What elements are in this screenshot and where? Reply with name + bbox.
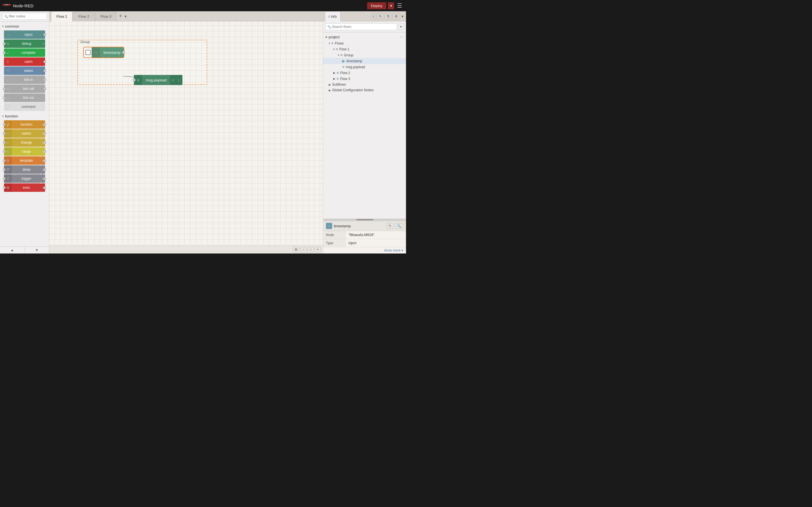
debug-label: debug xyxy=(12,40,41,48)
node-catch[interactable]: ! catch xyxy=(4,57,45,66)
range-right-port xyxy=(43,150,46,153)
node-range[interactable]: ↔ range ◀ xyxy=(4,147,45,156)
msgpayload-tree-label: msg.payload xyxy=(346,65,365,69)
canvas-node-timestamp[interactable]: → timestamp xyxy=(84,47,124,57)
global-config-tree-row[interactable]: ▶ Global Configuration Nodes xyxy=(323,87,406,93)
category-common-header[interactable]: ▾ common xyxy=(0,23,49,30)
right-sidebar-dropdown-button[interactable]: ▾ xyxy=(401,13,404,19)
tab-flow1[interactable]: Flow 1 xyxy=(51,11,72,21)
common-chevron-icon: ▾ xyxy=(2,25,4,28)
node-inject[interactable]: → inject xyxy=(4,31,45,39)
node-comment[interactable]: 💬 comment xyxy=(4,103,45,111)
node-function[interactable]: ƒ function ◀ xyxy=(4,120,45,129)
exec-label: exec xyxy=(12,183,41,192)
flow1-tree-row[interactable]: ▾ ≡ Flow 1 xyxy=(323,46,406,52)
node-detail-edit-button[interactable]: ✎ xyxy=(387,223,393,229)
node-exec[interactable]: ⚙ exec ◀ xyxy=(4,183,45,192)
node-trigger[interactable]: T trigger ◀ xyxy=(4,174,45,183)
node-complete[interactable]: ✓ complete xyxy=(4,48,45,57)
project-section-header[interactable]: ■ project ⋯ xyxy=(323,34,406,40)
show-more-button[interactable]: show more ▾ xyxy=(384,248,403,252)
timestamp-arrow-icon: → xyxy=(94,50,98,55)
template-right-port xyxy=(43,159,46,162)
tab-flow2[interactable]: Flow 2 xyxy=(73,11,94,21)
comment-label: comment xyxy=(12,103,45,111)
info-scrollbar-thumb[interactable] xyxy=(356,219,373,220)
msgpayload-output-icon[interactable]: □ xyxy=(176,75,183,85)
node-detail-search-button[interactable]: 🔍 xyxy=(395,223,403,229)
node-switch[interactable]: ↔ switch ◀ xyxy=(4,129,45,138)
subflows-tree-row[interactable]: ▶ Subflows xyxy=(323,82,406,87)
flow3-chevron-icon: ▶ xyxy=(333,77,336,80)
node-detail-panel: → timestamp ✎ 🔍 Node "f8baeafa.fdf628" T… xyxy=(323,221,406,253)
canvas-zoom-out-button[interactable]: − xyxy=(301,247,306,252)
search-flows-dropdown-button[interactable]: ▾ xyxy=(398,23,404,30)
node-template[interactable]: {} template ◀ xyxy=(4,156,45,165)
node-debug[interactable]: ≡ debug ≡ xyxy=(4,40,45,48)
flow-canvas[interactable]: Group → timestamp xyxy=(49,21,323,245)
canvas-zoom-in-button[interactable]: + xyxy=(315,247,320,252)
flow3-tree-row[interactable]: ▶ ≡ Flow 3 xyxy=(323,76,406,82)
flows-label: Flows xyxy=(335,41,344,45)
subflows-label: Subflows xyxy=(332,82,346,87)
msgpayload-tree-row[interactable]: ≡ msg.payload xyxy=(323,64,406,70)
category-function-header[interactable]: ▾ function xyxy=(0,113,49,120)
function-right-port xyxy=(43,123,46,126)
flows-row[interactable]: ▾ ≡ Flows xyxy=(323,40,406,46)
nodes-list: ▾ common → inject ≡ debug ≡ xyxy=(0,22,49,246)
node-link-call[interactable]: ↔ link call xyxy=(4,84,45,93)
search-flows-input[interactable] xyxy=(325,23,397,30)
tab-dropdown-button[interactable]: ▾ xyxy=(123,14,128,18)
info-tab-button[interactable]: i info xyxy=(325,11,341,21)
project-kebab-button[interactable]: ⋯ xyxy=(400,35,404,39)
right-tab-filter-btn[interactable]: ⇅ xyxy=(385,13,392,19)
deploy-dropdown-button[interactable]: ▾ xyxy=(388,2,394,9)
node-link-in[interactable]: → link in xyxy=(4,75,45,84)
comment-bubble-icon: 💬 xyxy=(6,105,10,109)
node-delay[interactable]: ⏱ delay ◀ xyxy=(4,165,45,174)
left-sidebar: 🔍 ▾ common → inject ≡ xyxy=(0,11,49,253)
flow2-tree-row[interactable]: ▶ ≡ Flow 2 xyxy=(323,70,406,76)
comment-icon-box: 💬 xyxy=(4,103,12,111)
right-tab-tools-btn[interactable]: ⚙ xyxy=(393,13,400,19)
timestamp-tree-row[interactable]: ▶ timestamp xyxy=(323,58,406,64)
group-tree-row[interactable]: ▾ ≡ Group xyxy=(323,52,406,58)
node-change[interactable]: ↔ change ◀ xyxy=(4,138,45,147)
info-scrollbar-track[interactable] xyxy=(324,219,405,220)
delay-right-port xyxy=(43,168,46,171)
node-link-out[interactable]: → link out xyxy=(4,94,45,102)
template-left-port xyxy=(3,159,6,162)
flow3-tree-label: Flow 3 xyxy=(340,77,350,81)
node-status[interactable]: 〰 status xyxy=(4,66,45,75)
group-tree-icon: ≡ xyxy=(340,53,343,57)
show-more-row: show more ▾ xyxy=(323,247,406,253)
timestamp-icon-box: → xyxy=(92,47,100,57)
right-tab-info-btn[interactable]: i xyxy=(371,13,376,19)
flow2-chevron-icon: ▶ xyxy=(333,71,336,74)
msgpayload-debug-icon[interactable]: ≡ xyxy=(170,75,176,85)
node-red-logo-icon xyxy=(3,3,11,8)
function-f-icon: ƒ xyxy=(7,122,9,127)
link-in-label: link in xyxy=(12,75,45,84)
catch-icon-box: ! xyxy=(4,57,12,66)
link-call-left-port xyxy=(3,87,6,90)
deploy-button[interactable]: Deploy xyxy=(367,2,386,9)
flow1-tree-label: Flow 1 xyxy=(340,47,349,51)
right-tab-edit-btn[interactable]: ✎ xyxy=(377,13,384,19)
filter-nodes-input[interactable] xyxy=(2,13,47,20)
add-tab-button[interactable]: + xyxy=(117,13,124,19)
delay-label: delay xyxy=(12,165,41,174)
scroll-down-button[interactable]: ▼ xyxy=(25,247,49,253)
tab-flow3[interactable]: Flow 3 xyxy=(95,11,117,21)
header-left: Node-RED xyxy=(3,3,34,8)
app-title: Node-RED xyxy=(13,3,34,8)
complete-check-icon: ✓ xyxy=(6,51,10,55)
debug-menu-icon: ≡ xyxy=(41,40,45,48)
hamburger-menu-button[interactable]: ☰ xyxy=(396,1,403,10)
msgpayload-list-icon: ≡ xyxy=(137,78,139,82)
canvas-zoom-reset-button[interactable]: ○ xyxy=(308,247,313,252)
flow2-tree-label: Flow 2 xyxy=(340,71,350,75)
canvas-view-button[interactable]: ⊞ xyxy=(293,247,299,252)
canvas-node-msgpayload[interactable]: ≡ msg.payload ≡ □ xyxy=(134,75,183,85)
scroll-up-button[interactable]: ▲ xyxy=(0,247,25,253)
